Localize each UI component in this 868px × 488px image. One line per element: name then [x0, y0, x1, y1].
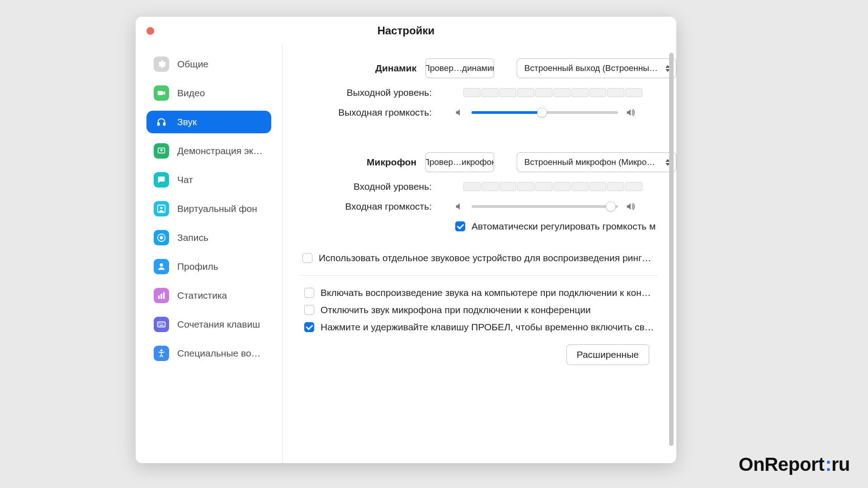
sidebar-item-label: Статистика [177, 290, 227, 301]
output-volume-label: Выходная громкость: [301, 107, 441, 118]
sidebar-item-label: Виртуальный фон [177, 203, 257, 214]
svg-point-8 [160, 263, 163, 267]
window-body: ОбщиеВидеоЗвукДемонстрация экр…ЧатВиртуа… [136, 45, 676, 463]
svg-rect-1 [158, 123, 160, 126]
camera-icon [154, 85, 169, 101]
mute_on_join-checkbox[interactable] [304, 305, 314, 315]
sidebar-item-chat[interactable]: Чат [146, 169, 271, 191]
svg-rect-9 [158, 296, 160, 299]
svg-rect-16 [159, 325, 163, 326]
input-level-label: Входной уровень: [301, 181, 441, 192]
background-icon [154, 201, 169, 216]
svg-point-17 [160, 349, 163, 352]
sidebar-item-stats[interactable]: Статистика [146, 284, 271, 307]
share-icon [154, 143, 169, 159]
output-volume-slider[interactable] [472, 111, 618, 114]
speaker-heading: Динамик [301, 63, 425, 74]
mute_on_join-label: Отключить звук микрофона при подключении… [321, 305, 591, 315]
separate-ringtone-device-label: Использовать отдельное звуковое устройст… [319, 253, 653, 263]
record-icon [154, 230, 169, 245]
svg-rect-12 [158, 322, 165, 327]
input-level-meter [463, 182, 642, 191]
svg-rect-10 [160, 294, 162, 299]
sidebar: ОбщиеВидеоЗвукДемонстрация экр…ЧатВиртуа… [136, 45, 283, 463]
sidebar-item-label: Общие [177, 59, 208, 70]
speaker-device-select[interactable]: Встроенный выход (Встроенные дин… [517, 58, 676, 78]
svg-rect-11 [163, 292, 165, 299]
window-title: Настройки [136, 24, 676, 37]
sidebar-item-label: Демонстрация экр… [177, 145, 264, 156]
sidebar-item-label: Чат [177, 174, 193, 185]
microphone-heading: Микрофон [301, 157, 425, 168]
svg-rect-2 [164, 123, 165, 126]
sidebar-item-label: Специальные возм… [177, 348, 264, 359]
sidebar-item-label: Сочетания клавиш [177, 319, 260, 330]
profile-icon [154, 259, 169, 274]
svg-point-5 [160, 206, 163, 209]
svg-rect-14 [160, 323, 161, 324]
mic-device-selected: Встроенный микрофон (Микрофон) [524, 157, 660, 167]
sidebar-item-accessibility[interactable]: Специальные возм… [146, 342, 271, 365]
sidebar-item-shortcuts[interactable]: Сочетания клавиш [146, 313, 271, 336]
join_audio-checkbox[interactable] [304, 288, 314, 298]
svg-point-7 [160, 236, 163, 239]
sidebar-item-label: Звук [177, 117, 197, 127]
auto-adjust-volume-label: Автоматически регулировать громкость м [472, 221, 656, 232]
advanced-button[interactable]: Расширенные [566, 344, 649, 365]
sidebar-item-record[interactable]: Запись [146, 226, 271, 249]
speaker-high-icon [625, 108, 635, 117]
sidebar-item-general[interactable]: Общие [146, 53, 271, 75]
divider [301, 275, 658, 276]
sidebar-item-profile[interactable]: Профиль [146, 255, 271, 278]
content-pane: Динамик Провер…динамик Встроенный выход … [283, 45, 676, 463]
speaker-device-selected: Встроенный выход (Встроенные дин… [524, 63, 660, 73]
sidebar-item-label: Профиль [177, 261, 218, 272]
svg-rect-13 [159, 323, 160, 324]
sidebar-item-video[interactable]: Видео [146, 82, 271, 104]
accessibility-icon [154, 346, 169, 361]
input-volume-label: Входная громкость: [301, 201, 441, 212]
auto-adjust-volume-checkbox[interactable] [455, 221, 465, 231]
test-speaker-button[interactable]: Провер…динамик [425, 58, 494, 78]
stats-icon [154, 288, 169, 303]
speaker-high-icon [625, 202, 635, 211]
speaker-low-icon [454, 108, 464, 117]
sidebar-item-label: Видео [177, 88, 205, 99]
svg-rect-15 [162, 323, 163, 324]
settings-window: Настройки ОбщиеВидеоЗвукДемонстрация экр… [136, 17, 676, 463]
sidebar-item-vbg[interactable]: Виртуальный фон [146, 197, 271, 220]
gear-icon [154, 56, 169, 72]
speaker-low-icon [454, 202, 464, 211]
output-level-label: Выходной уровень: [301, 87, 441, 98]
scrollbar[interactable] [669, 53, 674, 446]
chat-icon [154, 172, 169, 188]
keyboard-icon [154, 317, 169, 332]
headphones-icon [154, 114, 169, 130]
titlebar: Настройки [136, 17, 676, 45]
watermark: OnReport :ru [739, 454, 850, 475]
output-level-meter [463, 88, 642, 97]
input-volume-slider[interactable] [472, 205, 618, 208]
join_audio-label: Включать воспроизведение звука на компью… [321, 287, 655, 298]
spacebar_ptt-label: Нажмите и удерживайте клавишу ПРОБЕЛ, чт… [321, 322, 655, 333]
test-mic-button[interactable]: Провер…икрофон [425, 152, 494, 172]
sidebar-item-audio[interactable]: Звук [146, 111, 271, 133]
close-button[interactable] [146, 27, 154, 35]
mic-device-select[interactable]: Встроенный микрофон (Микрофон) [517, 152, 676, 172]
sidebar-item-share[interactable]: Демонстрация экр… [146, 140, 271, 162]
svg-rect-0 [158, 91, 163, 95]
sidebar-item-label: Запись [177, 232, 208, 243]
spacebar_ptt-checkbox[interactable] [304, 322, 314, 332]
separate-ringtone-device-checkbox[interactable] [302, 253, 312, 263]
